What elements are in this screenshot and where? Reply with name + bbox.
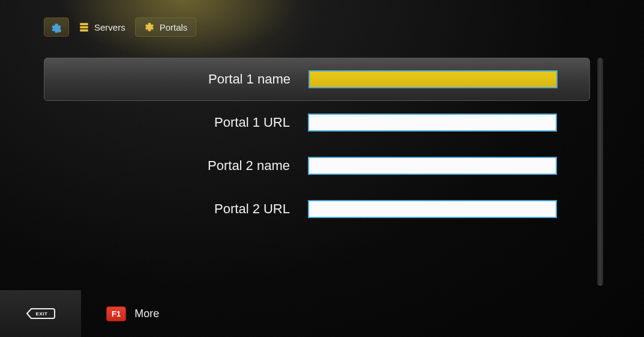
tab-settings[interactable] — [44, 17, 69, 37]
input-portal1-name[interactable] — [308, 70, 558, 88]
form-row-portal2-name: Portal 2 name — [44, 144, 590, 187]
exit-icon: EXIT — [26, 306, 55, 321]
f1-area[interactable]: F1 More — [106, 306, 159, 321]
portal-gear-icon — [144, 22, 155, 32]
tab-servers[interactable]: Servers — [70, 17, 134, 37]
label-portal1-name: Portal 1 name — [56, 71, 308, 87]
tab-portals[interactable]: Portals — [135, 17, 197, 37]
gear-icon — [50, 22, 62, 32]
svg-rect-2 — [80, 26, 88, 29]
input-portal1-url[interactable] — [308, 114, 557, 132]
form-row-portal2-url: Portal 2 URL — [44, 187, 590, 231]
svg-point-0 — [58, 29, 61, 32]
tab-servers-label: Servers — [94, 22, 125, 32]
svg-rect-3 — [80, 29, 88, 32]
tabs-bar: Servers Portals — [44, 17, 196, 37]
label-portal1-url: Portal 1 URL — [56, 115, 308, 130]
input-portal2-name[interactable] — [308, 157, 557, 175]
server-icon — [79, 22, 89, 32]
exit-button[interactable]: EXIT — [0, 290, 81, 337]
scrollbar[interactable] — [597, 58, 603, 286]
form-row-portal1-url: Portal 1 URL — [44, 101, 590, 144]
tab-portals-label: Portals — [160, 22, 188, 32]
form-row-portal1-name: Portal 1 name — [44, 58, 590, 101]
svg-rect-1 — [80, 23, 88, 25]
exit-label: EXIT — [36, 311, 48, 317]
label-portal2-url: Portal 2 URL — [56, 201, 308, 217]
input-portal2-url[interactable] — [308, 200, 557, 218]
bottom-bar: EXIT F1 More — [0, 290, 644, 337]
f1-label: More — [134, 308, 159, 320]
label-portal2-name: Portal 2 name — [56, 158, 308, 174]
form-area: Portal 1 name Portal 1 URL Portal 2 name… — [44, 58, 590, 231]
f1-badge: F1 — [106, 306, 126, 321]
